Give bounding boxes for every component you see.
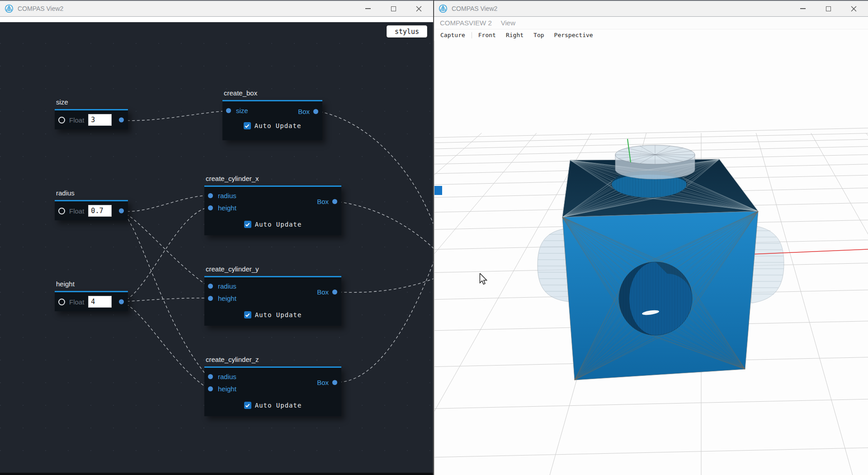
- menu-view[interactable]: View: [501, 19, 515, 27]
- input-port[interactable]: [208, 296, 213, 301]
- port-type-label: Float: [69, 207, 84, 215]
- output-label: Box: [317, 198, 329, 205]
- node-title: create_cylinder_x: [206, 175, 341, 184]
- node-create-cylinder-z[interactable]: create_cylinder_z radius height Box: [204, 356, 341, 416]
- node-radius[interactable]: radius Float: [55, 189, 128, 220]
- auto-update-label: Auto Update: [255, 402, 302, 409]
- maximize-icon: [391, 6, 396, 11]
- editor-top-strip: [0, 17, 433, 22]
- close-button[interactable]: [841, 1, 866, 16]
- node-title: radius: [56, 189, 128, 198]
- edge-radius-to-cylz: [122, 211, 208, 376]
- close-icon: [851, 6, 857, 12]
- capture-button[interactable]: Capture: [440, 32, 465, 38]
- input-label: height: [218, 385, 236, 393]
- view-toolbar: Capture Front Right Top Perspective: [434, 29, 868, 41]
- auto-update-checkbox[interactable]: [244, 221, 251, 228]
- viewport-corner-fragment: [434, 186, 442, 195]
- auto-update-label: Auto Update: [255, 311, 302, 318]
- output-port[interactable]: [332, 380, 337, 385]
- titlebar-left[interactable]: COMPAS View2: [0, 1, 433, 17]
- edge-cylx-out: [334, 201, 434, 248]
- window-title: COMPAS View2: [18, 5, 63, 12]
- node-canvas[interactable]: stylus size Float radius Float: [0, 22, 433, 475]
- node-title: size: [56, 98, 128, 107]
- output-port[interactable]: [332, 290, 337, 294]
- node-title: create_cylinder_z: [206, 356, 341, 365]
- output-port[interactable]: [332, 199, 337, 204]
- auto-update-label: Auto Update: [255, 122, 302, 129]
- input-port[interactable]: [208, 374, 213, 379]
- input-label: radius: [218, 192, 236, 200]
- output-port[interactable]: [119, 299, 124, 304]
- menubar: COMPASVIEW 2 View: [434, 17, 868, 29]
- value-input[interactable]: [88, 296, 112, 308]
- port-type-label: Float: [69, 116, 84, 124]
- value-input[interactable]: [88, 205, 112, 217]
- compas-logo-icon: [5, 4, 14, 13]
- right-view-button[interactable]: Right: [506, 32, 524, 38]
- input-label: height: [218, 204, 236, 212]
- node-size[interactable]: size Float: [55, 98, 128, 129]
- node-title: create_box: [224, 89, 322, 98]
- minimize-button[interactable]: [790, 1, 816, 16]
- cylinder-z-top-cap: [615, 145, 695, 179]
- input-port[interactable]: [208, 205, 213, 210]
- auto-update-checkbox[interactable]: [244, 122, 251, 129]
- minimize-icon: [365, 8, 371, 9]
- input-port[interactable]: [226, 108, 231, 113]
- value-input[interactable]: [88, 114, 112, 126]
- maximize-button[interactable]: [381, 1, 406, 16]
- output-port[interactable]: [119, 118, 124, 123]
- check-icon: [245, 223, 250, 227]
- viewport-3d[interactable]: [434, 41, 868, 475]
- window-title: COMPAS View2: [452, 5, 497, 12]
- edge-height-to-cylx: [122, 208, 208, 302]
- node-height[interactable]: height Float: [55, 280, 128, 311]
- input-port[interactable]: [58, 117, 65, 124]
- input-port[interactable]: [58, 208, 65, 214]
- input-port[interactable]: [208, 193, 213, 198]
- top-view-button[interactable]: Top: [533, 32, 544, 38]
- node-title: height: [56, 280, 128, 289]
- minimize-button[interactable]: [355, 1, 381, 16]
- edge-cylz-out: [334, 262, 434, 382]
- edge-radius-to-cylx: [122, 195, 208, 211]
- node-title: create_cylinder_y: [206, 265, 341, 274]
- check-icon: [245, 404, 250, 408]
- toolbar-divider: [472, 32, 472, 38]
- maximize-icon: [826, 6, 831, 11]
- node-create-cylinder-x[interactable]: create_cylinder_x radius height Box: [204, 175, 341, 235]
- auto-update-label: Auto Update: [255, 221, 302, 228]
- check-icon: [245, 124, 250, 128]
- edge-cyly-out: [334, 279, 434, 292]
- auto-update-checkbox[interactable]: [244, 402, 251, 409]
- front-hole: [619, 261, 692, 336]
- input-port[interactable]: [208, 284, 213, 289]
- output-port[interactable]: [313, 109, 318, 114]
- input-label: radius: [218, 282, 236, 290]
- desktop: COMPAS View2: [0, 0, 868, 475]
- menu-compasview2[interactable]: COMPASVIEW 2: [440, 19, 492, 27]
- output-label: Box: [298, 108, 310, 115]
- input-port[interactable]: [208, 386, 213, 391]
- front-view-button[interactable]: Front: [478, 32, 496, 38]
- maximize-button[interactable]: [816, 1, 841, 16]
- output-label: Box: [317, 288, 329, 296]
- edge-radius-to-cyly: [122, 211, 208, 286]
- scene-3d: [434, 41, 868, 475]
- edge-height-to-cyly: [122, 298, 208, 302]
- titlebar-right[interactable]: COMPAS View2: [434, 1, 868, 17]
- close-icon: [416, 6, 422, 12]
- stylus-button[interactable]: stylus: [387, 25, 427, 38]
- input-port[interactable]: [58, 299, 65, 305]
- auto-update-checkbox[interactable]: [244, 311, 251, 318]
- node-create-cylinder-y[interactable]: create_cylinder_y radius height Box: [204, 265, 341, 326]
- node-create-box[interactable]: create_box size Box Auto Update: [222, 89, 322, 140]
- input-label: height: [218, 294, 236, 302]
- edge-height-to-cylz: [122, 302, 208, 388]
- perspective-view-button[interactable]: Perspective: [554, 32, 593, 38]
- output-port[interactable]: [119, 209, 124, 214]
- close-button[interactable]: [406, 1, 431, 16]
- window-node-editor: COMPAS View2: [0, 0, 434, 475]
